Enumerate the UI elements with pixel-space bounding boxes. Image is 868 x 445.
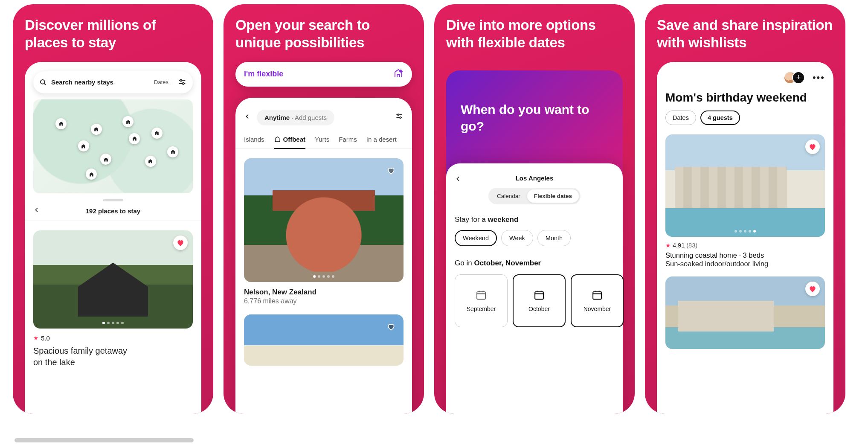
flexible-label: I'm flexible — [244, 70, 283, 79]
listing-line2: Sun-soaked indoor/outdoor living — [665, 260, 825, 268]
heart-icon[interactable] — [805, 140, 820, 154]
star-icon: ★ — [665, 242, 671, 249]
panel-discover: Discover millions of places to stay Sear… — [13, 4, 213, 414]
pill-week[interactable]: Week — [501, 230, 533, 246]
search-placeholder: Search nearby stays — [51, 79, 154, 86]
map[interactable] — [33, 99, 193, 193]
phone-surface: Search nearby stays Dates — [25, 62, 201, 414]
filters-icon[interactable] — [177, 78, 187, 87]
listing-image-next[interactable] — [665, 276, 825, 349]
month-october[interactable]: October — [513, 274, 566, 327]
svg-line-1 — [44, 83, 46, 85]
svg-point-5 — [183, 82, 184, 84]
panel-title: Dive into more options with flexible dat… — [446, 16, 623, 52]
panel-wishlists: Save and share inspiration with wishlist… — [645, 4, 845, 414]
seg-flexible[interactable]: Flexible dates — [527, 189, 579, 203]
chevron-left-icon[interactable] — [455, 175, 462, 184]
listing-image[interactable] — [665, 134, 825, 237]
listing-title: Spacious family getaway on the lake — [33, 345, 193, 368]
duration-options: Weekend Week Month — [455, 230, 614, 246]
phone-surface: Anytime · Add guests Islands Offbeat Yur… — [235, 98, 412, 414]
svg-point-9 — [400, 117, 401, 118]
tab-offbeat[interactable]: Offbeat — [274, 132, 306, 149]
listing-line1: Stunning coastal home · 3 beds — [665, 251, 825, 259]
panels-row: Discover millions of places to stay Sear… — [13, 4, 855, 414]
carousel-dots — [313, 275, 334, 278]
month-november[interactable]: November — [571, 274, 624, 327]
avatar-stack[interactable]: + — [784, 71, 805, 84]
seg-calendar[interactable]: Calendar — [490, 189, 527, 203]
header-actions: + ••• — [665, 71, 825, 84]
listing-image[interactable] — [33, 230, 193, 329]
flexible-pill[interactable]: I'm flexible — [235, 62, 412, 87]
category-tabs: Islands Offbeat Yurts Farms In a desert — [235, 132, 412, 149]
sheet-handle[interactable] — [103, 199, 123, 201]
svg-point-0 — [41, 80, 45, 84]
phone-surface: + ••• Mom's birthday weekend Dates 4 gue… — [657, 62, 833, 414]
search-icon — [39, 79, 47, 86]
add-person-icon[interactable]: + — [792, 71, 805, 84]
prompt-text: When do you want to go? — [461, 101, 608, 134]
panel-title: Save and share inspiration with wishlist… — [657, 16, 833, 52]
pill-month[interactable]: Month — [537, 230, 571, 246]
listing-distance: 6,776 miles away — [244, 297, 404, 305]
chevron-left-icon[interactable] — [33, 207, 40, 215]
rating-value: 5.0 — [41, 334, 50, 342]
house-sparkle-icon — [393, 68, 404, 80]
chevron-left-icon[interactable] — [244, 113, 251, 122]
city-label: Los Angeles — [455, 175, 614, 182]
wishlist-title: Mom's birthday weekend — [665, 91, 825, 105]
panel-title: Open your search to unique possibilities — [235, 16, 412, 52]
carousel-dots — [734, 230, 756, 233]
svg-rect-14 — [535, 291, 543, 299]
month-september[interactable]: September — [455, 274, 508, 327]
tab-desert[interactable]: In a desert — [366, 132, 397, 148]
listing-rating: ★ 4.91 (83) — [665, 242, 825, 249]
go-in-label: Go in October, November — [455, 259, 614, 268]
heart-icon[interactable] — [384, 163, 398, 178]
heart-icon[interactable] — [173, 236, 188, 250]
search-header: Anytime · Add guests — [244, 107, 404, 132]
filters-icon[interactable] — [395, 112, 404, 122]
search-chip[interactable]: Anytime · Add guests — [257, 110, 334, 125]
svg-rect-18 — [593, 291, 601, 299]
tab-islands[interactable]: Islands — [244, 132, 264, 148]
tab-yurts[interactable]: Yurts — [315, 132, 329, 148]
filter-chips: Dates 4 guests — [665, 111, 825, 125]
svg-rect-10 — [477, 291, 485, 299]
date-mode-toggle[interactable]: Calendar Flexible dates — [488, 188, 581, 204]
star-icon: ★ — [33, 334, 39, 341]
carousel-dots — [102, 322, 124, 324]
search-dates-label[interactable]: Dates — [154, 79, 173, 85]
heart-icon[interactable] — [384, 320, 398, 334]
panel-possibilities: Open your search to unique possibilities… — [224, 4, 424, 414]
panel-flexible-dates: Dive into more options with flexible dat… — [434, 4, 635, 414]
month-options: September October November — [455, 274, 614, 327]
sheet-header: 192 places to stay — [25, 206, 201, 221]
chip-guests[interactable]: 4 guests — [700, 111, 740, 125]
listing-location: Nelson, New Zealand — [244, 288, 404, 297]
heart-icon[interactable] — [805, 282, 820, 296]
listing-rating: ★ 5.0 — [33, 334, 193, 342]
chip-dates[interactable]: Dates — [665, 111, 696, 125]
more-icon[interactable]: ••• — [813, 72, 825, 83]
svg-point-3 — [180, 79, 182, 81]
panel-title: Discover millions of places to stay — [25, 16, 201, 52]
svg-point-7 — [398, 114, 399, 115]
pill-weekend[interactable]: Weekend — [455, 230, 497, 246]
sheet-count: 192 places to stay — [86, 207, 140, 215]
stay-for-label: Stay for a weekend — [455, 215, 614, 224]
tab-farms[interactable]: Farms — [339, 132, 357, 148]
listing-image[interactable] — [244, 158, 404, 282]
phone-surface: Los Angeles Calendar Flexible dates Stay… — [446, 163, 623, 414]
listing-image-next[interactable] — [244, 314, 404, 366]
search-bar[interactable]: Search nearby stays Dates — [33, 71, 193, 93]
